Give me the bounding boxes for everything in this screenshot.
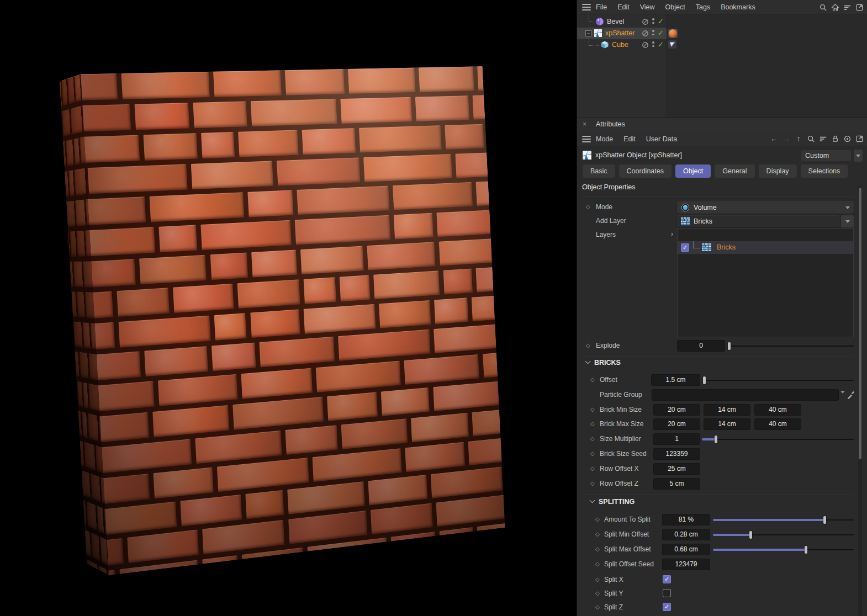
target-icon[interactable]: [843, 134, 852, 143]
param-diamond-icon[interactable]: ◇: [586, 342, 590, 348]
add-layer-dropdown-arrow[interactable]: [841, 215, 854, 227]
brick-max-size-z-input[interactable]: 40 cm: [754, 418, 801, 430]
menu-hamburger-icon[interactable]: [582, 136, 591, 142]
enabled-check-icon[interactable]: ✓: [658, 17, 664, 25]
explode-input[interactable]: 0: [677, 340, 725, 352]
splitting-section-header[interactable]: SPLITTING: [590, 498, 635, 506]
object-name[interactable]: Bevel: [607, 18, 624, 25]
param-diamond-icon[interactable]: ◇: [590, 406, 595, 412]
attributes-scrollbar[interactable]: [858, 185, 862, 616]
filter-icon[interactable]: [843, 3, 852, 12]
material-thumbnail[interactable]: [668, 29, 678, 38]
param-diamond-icon[interactable]: ◇: [586, 204, 590, 210]
amount-to-split-slider[interactable]: [713, 514, 854, 525]
layers-list[interactable]: Bricks: [677, 228, 854, 337]
search-icon[interactable]: [806, 134, 815, 143]
bricks-section-header[interactable]: BRICKS: [586, 359, 621, 367]
param-diamond-icon[interactable]: ◇: [595, 590, 600, 596]
object-name[interactable]: xpShatter: [605, 29, 635, 37]
tab-display[interactable]: Display: [759, 164, 797, 178]
preset-dropdown[interactable]: Custom: [800, 150, 852, 162]
param-diamond-icon[interactable]: ◇: [595, 546, 600, 552]
menu-hamburger-icon[interactable]: [582, 4, 591, 10]
size-multiplier-slider[interactable]: [702, 434, 854, 445]
close-icon[interactable]: ×: [583, 120, 586, 128]
brick-min-size-x-input[interactable]: 20 cm: [653, 404, 700, 416]
size-multiplier-input[interactable]: 1: [653, 433, 700, 445]
param-diamond-icon[interactable]: ◇: [595, 576, 600, 582]
enable-toggle-icon[interactable]: [642, 30, 649, 39]
split-min-offset-slider[interactable]: [713, 529, 854, 540]
tree-row-xpshatter[interactable]: − xpShatter ✓: [577, 28, 667, 39]
param-diamond-icon[interactable]: ◇: [590, 376, 595, 383]
enabled-check-icon[interactable]: ✓: [658, 29, 664, 37]
row-offset-z-input[interactable]: 5 cm: [653, 478, 700, 490]
tab-general[interactable]: General: [715, 164, 754, 178]
preset-dropdown-arrow[interactable]: [854, 150, 863, 162]
split-y-checkbox[interactable]: [663, 589, 671, 597]
3d-viewport[interactable]: [0, 0, 577, 616]
split-min-offset-input[interactable]: 0.28 cm: [662, 529, 710, 540]
visibility-dots-icon[interactable]: [652, 18, 654, 25]
param-diamond-icon[interactable]: ◇: [590, 465, 595, 471]
offset-input[interactable]: 1.5 cm: [651, 374, 700, 386]
attr-menu-userdata[interactable]: User Data: [646, 135, 677, 143]
row-offset-x-input[interactable]: 25 cm: [653, 463, 700, 475]
polygon-tag-icon[interactable]: [668, 40, 676, 49]
tree-row-cube[interactable]: Cube ✓: [577, 39, 667, 51]
lock-icon[interactable]: [831, 134, 839, 143]
back-arrow-icon[interactable]: ←: [770, 134, 779, 143]
tree-row-bevel[interactable]: Bevel ✓: [577, 16, 667, 28]
attr-menu-edit[interactable]: Edit: [623, 135, 636, 143]
om-menu-view[interactable]: View: [640, 3, 655, 11]
split-max-offset-input[interactable]: 0.68 cm: [662, 544, 710, 555]
layer-item-bricks[interactable]: Bricks: [678, 241, 853, 254]
param-diamond-icon[interactable]: ◇: [595, 516, 600, 522]
om-menu-object[interactable]: Object: [665, 3, 685, 11]
enable-toggle-icon[interactable]: [642, 41, 649, 50]
up-arrow-icon[interactable]: ↑: [794, 134, 803, 143]
param-diamond-icon[interactable]: ◇: [595, 604, 600, 610]
explode-slider[interactable]: [728, 341, 854, 352]
split-offset-seed-input[interactable]: 123479: [662, 559, 710, 570]
param-diamond-icon[interactable]: ◇: [595, 531, 600, 537]
enabled-check-icon[interactable]: ✓: [658, 40, 664, 49]
filter-icon[interactable]: [818, 134, 827, 143]
om-menu-tags[interactable]: Tags: [696, 3, 710, 11]
split-max-offset-slider[interactable]: [713, 544, 854, 555]
add-layer-field[interactable]: Bricks: [677, 215, 840, 227]
param-diamond-icon[interactable]: ◇: [590, 421, 595, 427]
object-name[interactable]: Cube: [612, 41, 628, 49]
expand-arrow-icon[interactable]: ›: [671, 230, 673, 238]
eyedropper-icon[interactable]: [847, 390, 855, 399]
param-diamond-icon[interactable]: ◇: [595, 561, 600, 567]
home-icon[interactable]: [831, 3, 839, 12]
chevron-down-icon[interactable]: [840, 394, 845, 401]
visibility-dots-icon[interactable]: [652, 30, 654, 37]
tab-coordinates[interactable]: Coordinates: [619, 164, 672, 178]
split-z-checkbox[interactable]: [663, 603, 671, 611]
om-menu-bookmarks[interactable]: Bookmarks: [721, 3, 755, 11]
attr-menu-mode[interactable]: Mode: [596, 135, 613, 143]
brick-size-seed-input[interactable]: 123359: [653, 448, 700, 460]
brick-max-size-y-input[interactable]: 14 cm: [704, 418, 750, 430]
scrollbar-thumb[interactable]: [859, 188, 861, 459]
param-diamond-icon[interactable]: ◇: [590, 480, 595, 486]
tab-object[interactable]: Object: [675, 164, 711, 178]
brick-min-size-y-input[interactable]: 14 cm: [704, 404, 750, 416]
popout-icon[interactable]: [855, 3, 864, 12]
visibility-dots-icon[interactable]: [652, 41, 654, 49]
om-menu-edit[interactable]: Edit: [617, 3, 630, 11]
om-menu-file[interactable]: File: [596, 3, 607, 11]
enable-toggle-icon[interactable]: [642, 18, 649, 27]
tab-selections[interactable]: Selections: [801, 164, 848, 178]
param-diamond-icon[interactable]: ◇: [590, 436, 595, 442]
search-icon[interactable]: [818, 3, 827, 12]
amount-to-split-input[interactable]: 81 %: [662, 514, 710, 525]
param-diamond-icon[interactable]: ◇: [590, 450, 595, 456]
tab-basic[interactable]: Basic: [583, 164, 615, 178]
offset-slider[interactable]: [703, 375, 854, 386]
split-x-checkbox[interactable]: [663, 575, 671, 583]
particle-group-input[interactable]: [652, 389, 839, 401]
brick-max-size-x-input[interactable]: 20 cm: [653, 418, 700, 430]
